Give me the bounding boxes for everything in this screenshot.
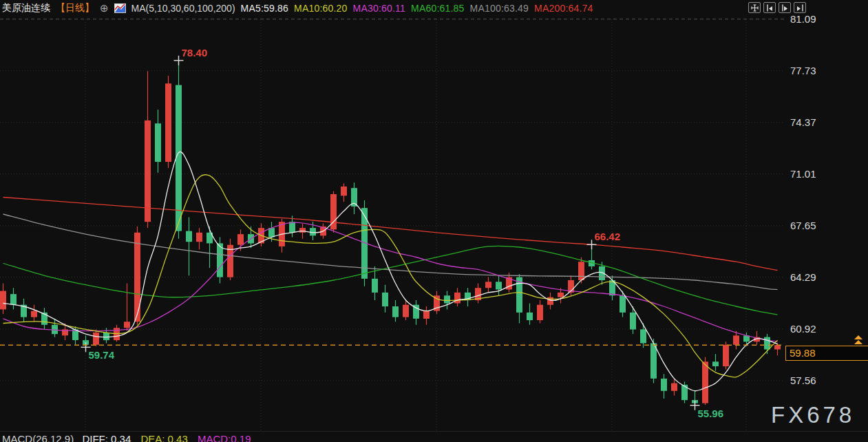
y-axis-tick: 60.92 xyxy=(790,323,816,335)
ma30-value: MA30:60.11 xyxy=(353,3,405,14)
y-axis-tick: 74.37 xyxy=(790,116,816,128)
macd-footer: MACD(26,12,9) DIFF: 0.34 DEA: 0.43 MACD:… xyxy=(2,433,251,442)
shrink-bars-button[interactable] xyxy=(763,2,776,13)
ma60-value: MA60:61.85 xyxy=(411,3,465,14)
ma10-value: MA10:60.20 xyxy=(294,3,348,14)
ma100-value: MA100:63.49 xyxy=(470,3,529,14)
ma-line-ma10 xyxy=(3,175,778,377)
price-annotation: 78.40 xyxy=(182,47,208,59)
trading-chart-app: 78.4066.4259.7455.9681.0977.7374.3771.01… xyxy=(0,0,868,442)
add-indicator-icon[interactable]: ⊕ xyxy=(100,3,109,13)
latest-bar-icon xyxy=(796,4,804,12)
ma-line-ma60 xyxy=(3,246,778,315)
ma-line-ma5 xyxy=(3,151,778,390)
latest-bar-button[interactable] xyxy=(794,2,806,13)
period-label[interactable]: 【日线】 xyxy=(56,2,94,14)
price-annotation: 66.42 xyxy=(595,231,621,242)
macd-diff-value: DIFF: 0.34 xyxy=(82,433,131,442)
macd-settings-label: MACD(26,12,9) xyxy=(2,433,74,442)
candlestick-chart-icon[interactable] xyxy=(114,3,126,13)
y-axis-tick: 57.56 xyxy=(790,375,816,386)
ma5-value: MA5:59.86 xyxy=(241,3,289,14)
pan-icon xyxy=(751,4,759,12)
y-axis-tick: 71.01 xyxy=(790,168,816,180)
watermark: FX678 xyxy=(771,402,855,428)
chart-header: 美原油连续【日线】 ⊕ MA(5,10,30,60,100,200) MA5:5… xyxy=(2,1,593,15)
ma-settings-label: MA(5,10,30,60,100,200) xyxy=(131,3,235,14)
shrink-bars-icon xyxy=(766,4,774,12)
y-axis-tick: 64.29 xyxy=(790,271,816,283)
pane-separator xyxy=(0,431,868,432)
y-axis-tick: 67.65 xyxy=(790,220,816,231)
chart-canvas[interactable]: 78.4066.4259.7455.9681.0977.7374.3771.01… xyxy=(0,0,868,442)
y-axis-tick: 81.09 xyxy=(790,13,816,25)
price-annotation: 55.96 xyxy=(698,408,724,419)
expand-bars-button[interactable] xyxy=(779,2,791,13)
symbol-name: 美原油连续 xyxy=(2,2,50,14)
pan-button[interactable] xyxy=(748,2,761,13)
expand-bars-icon xyxy=(781,4,789,12)
ma200-value: MA200:64.74 xyxy=(534,3,593,14)
last-price-tag: 59.88 xyxy=(785,346,868,361)
price-annotation: 59.74 xyxy=(89,349,115,361)
chart-toolbar xyxy=(748,2,806,13)
macd-macd-value: MACD:0.19 xyxy=(198,433,251,442)
macd-dea-value: DEA: 0.43 xyxy=(140,433,187,442)
y-axis-tick: 77.73 xyxy=(790,65,816,76)
price-up-arrow-icon xyxy=(854,335,863,345)
last-price-value: 59.88 xyxy=(790,347,816,359)
ma-line-ma200 xyxy=(3,198,778,271)
